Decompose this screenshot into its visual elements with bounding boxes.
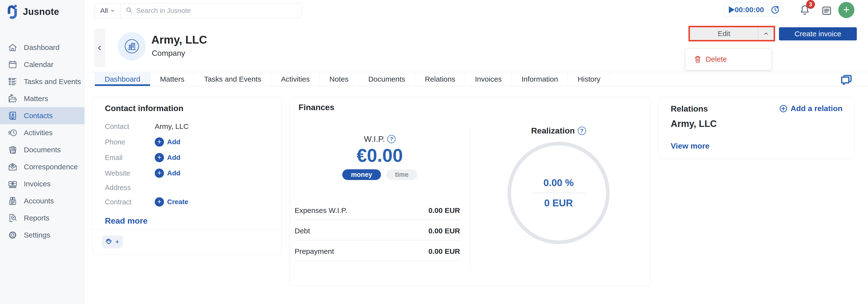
quick-add-button[interactable]: + (838, 2, 855, 18)
relations-card: Relations Add a relation Army, LLC View … (658, 97, 855, 159)
sidebar: Jusnote Dashboard Calendar Tasks and Eve… (0, 0, 85, 304)
search-scope-dropdown[interactable]: All (95, 4, 121, 18)
help-icon[interactable]: ? (578, 127, 586, 135)
view-more-link[interactable]: View more (671, 141, 709, 150)
create-invoice-button[interactable]: Create invoice (779, 27, 857, 40)
page-title: Army, LLC (151, 33, 207, 46)
timer-history-button[interactable] (768, 3, 782, 17)
plus-icon: + (843, 3, 850, 16)
sidebar-item-label: Activities (24, 129, 53, 137)
sidebar-nav: Dashboard Calendar Tasks and Events Matt… (0, 39, 85, 244)
contact-rows: Contact Army, LLC Phone +Add Email +Add … (105, 119, 270, 210)
realization-title-row: Realization ? (531, 126, 586, 135)
edit-menu-toggle[interactable] (758, 27, 774, 40)
finances-card: Finances W.I.P. ? €0.00 money time Expen… (289, 97, 651, 286)
tab-history[interactable]: History (568, 72, 610, 86)
add-relation-button[interactable]: Add a relation (779, 104, 842, 113)
tab-documents[interactable]: Documents (359, 72, 415, 86)
wip-toggle: money time (294, 169, 465, 180)
comments-button[interactable] (840, 74, 853, 88)
tab-invoices[interactable]: Invoices (465, 72, 512, 86)
sidebar-item-calendar[interactable]: Calendar (0, 56, 85, 73)
contact-row: Contract +Create (105, 194, 270, 210)
card-title: Contact information (105, 104, 183, 113)
finance-rows: Expenses W.I.P. 0.00 EUR Debt 0.00 EUR P… (294, 199, 460, 261)
search-input[interactable] (136, 7, 302, 15)
play-icon[interactable] (729, 6, 735, 13)
sidebar-item-reports[interactable]: Reports (0, 210, 85, 226)
delete-menu-item[interactable]: Delete (706, 55, 727, 63)
calendar-icon (7, 59, 18, 70)
jusnote-logo-icon (7, 4, 19, 19)
chevron-left-icon (96, 44, 103, 52)
sidebar-item-label: Accounts (24, 197, 54, 205)
card-title: Finances (299, 103, 334, 112)
sidebar-item-documents[interactable]: Documents (0, 141, 85, 158)
help-icon[interactable]: ? (387, 135, 396, 143)
app-logo-text: Jusnote (23, 6, 59, 17)
read-more-link[interactable]: Read more (105, 216, 148, 226)
app-logo[interactable]: Jusnote (7, 4, 59, 19)
search-scope-label: All (100, 7, 108, 15)
tasks-icon (7, 76, 18, 87)
sidebar-item-label: Matters (24, 94, 48, 103)
page-subtitle: Company (152, 49, 185, 58)
sidebar-item-contacts[interactable]: Contacts (0, 107, 85, 124)
tab-relations[interactable]: Relations (415, 72, 465, 86)
contact-information-card: Contact information Contact Army, LLC Ph… (92, 97, 282, 254)
news-feed-button[interactable] (821, 5, 833, 18)
relation-item[interactable]: Army, LLC (671, 119, 717, 129)
add-email-button[interactable]: +Add (155, 153, 180, 162)
sidebar-item-correspondence[interactable]: Correspondence (0, 158, 85, 175)
sidebar-item-label: Reports (24, 214, 50, 222)
sidebar-item-dashboard[interactable]: Dashboard (0, 39, 85, 56)
tab-information[interactable]: Information (512, 72, 568, 86)
wip-label: W.I.P. (364, 134, 385, 144)
search-icon (126, 6, 133, 15)
sidebar-item-tasks-and-events[interactable]: Tasks and Events (0, 73, 85, 90)
toggle-time[interactable]: time (386, 169, 417, 180)
sidebar-item-invoices[interactable]: Invoices (0, 175, 85, 192)
add-phone-button[interactable]: +Add (155, 137, 180, 147)
finance-row: Debt 0.00 EUR (294, 220, 460, 241)
tag-icon (105, 238, 113, 246)
realization-donut: 0.00 % 0 EUR (507, 142, 610, 244)
sidebar-item-label: Settings (24, 231, 50, 239)
sidebar-item-settings[interactable]: Settings (0, 226, 85, 244)
sidebar-item-matters[interactable]: Matters (0, 90, 85, 107)
create-contract-button[interactable]: +Create (155, 197, 188, 206)
contact-row: Contact Army, LLC (105, 119, 270, 134)
contact-row: Address (105, 181, 270, 194)
add-website-button[interactable]: +Add (155, 169, 180, 178)
collapse-panel-button[interactable] (94, 29, 105, 67)
global-search: All (95, 3, 302, 18)
tab-notes[interactable]: Notes (320, 72, 358, 86)
edit-button[interactable]: Edit (690, 27, 758, 40)
banknote-icon (7, 178, 18, 189)
sidebar-item-label: Dashboard (24, 44, 60, 52)
sidebar-item-accounts[interactable]: Accounts (0, 192, 85, 210)
gear-icon (7, 230, 18, 241)
tab-tasks-and-events[interactable]: Tasks and Events (194, 72, 271, 86)
plus-circle-icon: + (155, 137, 164, 147)
card-title: Relations (671, 104, 708, 113)
notification-badge: 3 (806, 0, 815, 9)
card-divider (93, 229, 281, 230)
plus-circle-icon: + (155, 153, 164, 162)
tab-matters[interactable]: Matters (150, 72, 194, 86)
home-icon (7, 42, 18, 53)
contact-row: Email +Add (105, 150, 270, 165)
wip-amount: €0.00 (294, 145, 465, 166)
edit-dropdown-menu: Delete (685, 48, 772, 70)
realization-section: Realization ? 0.00 % 0 EUR (507, 126, 610, 244)
app-root: Jusnote Dashboard Calendar Tasks and Eve… (0, 0, 868, 304)
tab-activities[interactable]: Activities (271, 72, 320, 86)
receipt-icon (7, 196, 18, 206)
sidebar-item-activities[interactable]: Activities (0, 124, 85, 141)
sidebar-item-label: Contacts (24, 112, 53, 120)
chat-icon (840, 74, 853, 87)
add-tag-button[interactable]: + (102, 235, 123, 248)
folder-icon (7, 93, 18, 104)
tab-dashboard[interactable]: Dashboard (95, 72, 150, 86)
toggle-money[interactable]: money (342, 169, 381, 180)
